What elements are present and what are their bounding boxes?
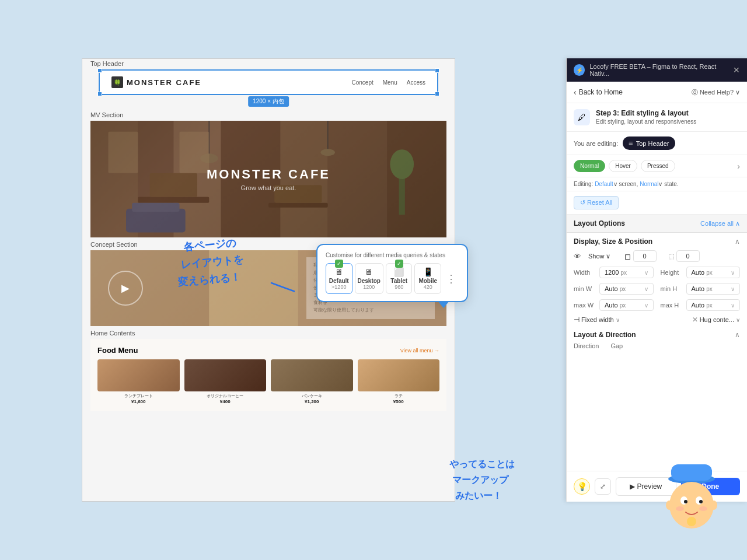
panel-header-left: ⚡ Locofy FREE BETA – Figma to React, Rea… <box>574 63 733 77</box>
food-img-1 <box>97 359 180 391</box>
callout-mobile-size: 420 <box>417 284 438 290</box>
callout-mobile-name: Mobile <box>417 278 438 284</box>
callout-more-icon[interactable]: ⋮ <box>444 272 459 285</box>
svg-point-44 <box>710 501 717 510</box>
display-section-chevron[interactable]: ∧ <box>735 237 740 246</box>
height-unit: px <box>706 270 713 276</box>
layout-direction-row: Direction Gap <box>574 342 740 349</box>
state-pressed[interactable]: Pressed <box>641 160 675 172</box>
layout-options-header: Layout Options Collapse all ∧ <box>567 215 747 233</box>
panel-title: Locofy FREE BETA – Figma to React, React… <box>589 63 733 77</box>
show-chevron-icon: ∨ <box>606 253 610 260</box>
height-input[interactable]: Auto px ∨ <box>686 267 741 278</box>
editing-state-link[interactable]: Normal <box>640 181 658 187</box>
min-h-chevron-icon: ∨ <box>731 286 735 292</box>
max-h-label: max H <box>661 302 684 309</box>
callout-mq-mobile[interactable]: 📱 Mobile 420 <box>414 263 441 294</box>
show-row: 👁 Show ∨ ◻ 0 ⬚ 0 <box>567 248 747 264</box>
direction-label: Direction <box>574 342 599 349</box>
nav-menu[interactable]: Menu <box>383 79 397 86</box>
back-nav: ‹ Back to Home ⓪ Need Help? ∨ <box>567 82 747 103</box>
callout-mq-default[interactable]: ✓ 🖥 Default >1200 <box>326 263 352 294</box>
step-label: Step 3: Edit styling & layout <box>596 109 696 117</box>
width-value: 1200 <box>605 269 619 276</box>
expand-button[interactable]: ⤢ <box>595 478 611 495</box>
width-label: Width <box>574 269 597 276</box>
min-w-input[interactable]: Auto px ∨ <box>599 283 654 295</box>
chip-icon: ≡ <box>629 139 633 148</box>
nav-access[interactable]: Access <box>407 79 425 86</box>
svg-point-41 <box>699 506 707 511</box>
editing-badge: You are editing: ≡ Top Header <box>567 132 747 155</box>
z-index-icon: ⬚ <box>668 253 674 260</box>
nav-concept[interactable]: Concept <box>352 79 374 86</box>
back-link[interactable]: ‹ Back to Home <box>574 88 623 97</box>
step-info: 🖊 Step 3: Edit styling & layout Edit sty… <box>567 103 747 132</box>
hug-content[interactable]: ✕ Hug conte... ∨ <box>692 316 740 324</box>
callout-default-name: Default <box>329 278 350 284</box>
width-input[interactable]: 1200 px ∨ <box>599 267 654 278</box>
min-h-input[interactable]: Auto px ∨ <box>686 283 741 295</box>
corner-radius-icon: ◻ <box>624 252 631 261</box>
callout-desktop-icon: 🖥 <box>358 267 381 276</box>
logo-area: 🍀 MONSTER CAFE <box>111 76 201 88</box>
gap-label: Gap <box>610 342 623 349</box>
svg-text:やってることは: やってることは <box>449 459 515 469</box>
callout-tablet-name: Tablet <box>389 278 410 284</box>
hug-x-icon: ✕ <box>692 316 698 324</box>
back-arrow-icon: ‹ <box>574 88 577 97</box>
layout-options-title: Layout Options <box>574 219 625 228</box>
editing-chip: ≡ Top Header <box>623 136 675 150</box>
opacity-input[interactable]: 0 <box>633 250 657 262</box>
state-normal[interactable]: Normal <box>574 160 605 172</box>
state-hover[interactable]: Hover <box>609 160 637 172</box>
height-chevron-icon: ∨ <box>731 270 735 276</box>
food-menu-title: Food Menu <box>97 346 138 355</box>
svg-text:マークアップ: マークアップ <box>452 474 509 485</box>
canvas-area: Top Header 🍀 MONSTER CAFE Concept Menu A… <box>0 0 747 560</box>
view-all-link[interactable]: View all menu → <box>400 348 439 354</box>
callout-mq-tablet[interactable]: ✓ ⬜ Tablet 960 <box>386 263 413 294</box>
logo-text: MONSTER CAFE <box>127 78 201 87</box>
width-height-row: Width 1200 px ∨ Height Auto px ∨ <box>567 264 747 281</box>
close-button[interactable]: ✕ <box>733 65 740 75</box>
svg-point-39 <box>699 500 703 503</box>
max-w-chevron-icon: ∨ <box>644 302 648 309</box>
layout-direction-chevron[interactable]: ∧ <box>735 331 740 339</box>
max-w-input[interactable]: Auto px ∨ <box>599 299 654 311</box>
min-h-label: min H <box>661 285 684 292</box>
show-dropdown[interactable]: Show ∨ <box>588 253 610 260</box>
layout-direction-header: Layout & Direction ∧ <box>574 331 740 339</box>
svg-point-19 <box>390 149 414 179</box>
callout-arrow <box>438 301 449 308</box>
svg-point-43 <box>666 501 673 510</box>
collapse-all-button[interactable]: Collapse all ∧ <box>700 220 740 228</box>
fixed-width-icon: ⊣ <box>574 316 580 324</box>
svg-rect-16 <box>109 132 138 173</box>
chevron-down-icon: ∨ <box>735 89 740 96</box>
hint-icon[interactable]: 💡 <box>574 478 590 495</box>
fixed-width-label[interactable]: ⊣ Fixed width ∨ <box>574 316 620 324</box>
callout-mq-desktop[interactable]: 🖥 Desktop 1200 <box>355 263 383 294</box>
mv-subtitle: Grow what you eat. <box>207 184 330 191</box>
callout-default-size: >1200 <box>329 284 350 290</box>
svg-rect-34 <box>671 464 712 481</box>
svg-rect-7 <box>387 121 446 237</box>
max-h-input[interactable]: Auto px ∨ <box>686 299 741 311</box>
step-desc: Edit styling, layout and responsiveness <box>596 118 696 125</box>
svg-rect-6 <box>328 121 388 237</box>
callout-tablet-icon: ⬜ <box>389 267 410 276</box>
step-text: Step 3: Edit styling & layout Edit styli… <box>596 109 696 125</box>
top-header-label: Top Header <box>90 60 124 67</box>
need-help[interactable]: ⓪ Need Help? ∨ <box>692 88 740 97</box>
editing-screen-link[interactable]: Default <box>595 181 613 187</box>
z-index-input[interactable]: 0 <box>676 250 700 262</box>
food-items: ランチプレート ¥1,600 オリジナルコーヒー ¥400 パンケーキ ¥1,2… <box>97 359 439 404</box>
size-badge: 1200 × 内包 <box>248 96 289 107</box>
reset-all-button[interactable]: ↺ Reset All <box>574 196 619 209</box>
list-item: ラテ ¥500 <box>358 359 440 404</box>
fixed-width-row: ⊣ Fixed width ∨ ✕ Hug conte... ∨ <box>567 313 747 326</box>
food-menu-header: Food Menu View all menu → <box>97 346 439 355</box>
callout-label: Customise for different media queries & … <box>326 252 459 258</box>
concept-circle: ▶ <box>108 271 143 306</box>
